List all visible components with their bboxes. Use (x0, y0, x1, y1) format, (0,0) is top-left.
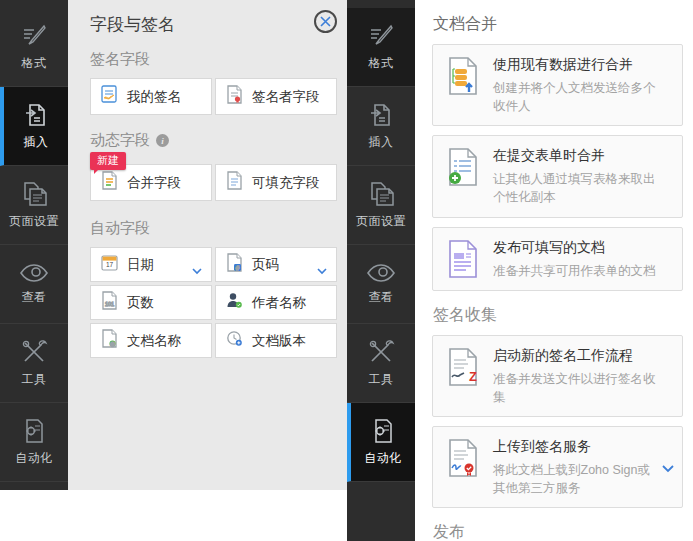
button-label: 作者名称 (252, 294, 306, 312)
card-subtitle: 准备并发送文件以进行签名收集 (493, 370, 673, 406)
signature-fields-heading: 签名字段 (90, 50, 337, 69)
sidebar-item-view[interactable]: 查看 (347, 245, 415, 324)
close-icon[interactable] (314, 10, 337, 33)
sidebar-spacer (0, 0, 68, 8)
card-merge-existing-data[interactable]: 使用现有数据进行合并 创建并将个人文档发送给多个收件人 (432, 44, 683, 126)
svg-text:Z: Z (469, 369, 477, 384)
fillable-field-button[interactable]: 可填充字段 (215, 164, 337, 201)
card-upload-sign-service[interactable]: 上传到签名服务 将此文档上载到Zoho Sign或其他第三方服务 (432, 426, 683, 508)
doc-version-field-button[interactable]: 文档版本 (215, 323, 337, 358)
sidebar-item-insert[interactable]: 插入 (347, 87, 415, 166)
page-setup-icon (366, 180, 396, 208)
signature-collection-heading: 签名收集 (433, 305, 683, 326)
sidebar-item-label: 工具 (369, 371, 394, 388)
tools-icon (367, 338, 395, 366)
panel-title: 字段与签名 (90, 13, 337, 36)
sidebar-item-label: 查看 (369, 289, 394, 306)
page-count-icon: 101 (101, 291, 118, 314)
signer-field-icon (226, 85, 243, 108)
sidebar-item-automation[interactable]: 自动化 (347, 403, 415, 482)
author-name-field-button[interactable]: 作者名称 (215, 285, 337, 320)
merge-data-icon (445, 55, 479, 96)
auto-fields-heading: 自动字段 (90, 219, 337, 238)
automation-icon (369, 417, 397, 445)
button-label: 页码 (252, 256, 279, 274)
left-sidebar: 格式 插入 页面设置 查看 工具 (0, 0, 68, 490)
format-icon (367, 22, 395, 50)
svg-text:101: 101 (105, 301, 114, 307)
button-label: 页数 (127, 294, 154, 312)
fields-signature-panel: 字段与签名 签名字段 我的签名 签名者字段 动态字段 i (68, 0, 347, 490)
doc-name-icon: @ (101, 329, 118, 352)
sidebar-item-label: 插入 (24, 134, 49, 151)
card-start-sign-workflow[interactable]: Z 启动新的签名工作流程 准备并发送文件以进行签名收集 (432, 335, 683, 417)
fillable-doc-icon (445, 238, 479, 279)
doc-version-icon (226, 330, 243, 351)
sidebar-item-view[interactable]: 查看 (0, 245, 68, 324)
tools-icon (20, 338, 48, 366)
chevron-down-icon[interactable] (317, 261, 327, 279)
view-icon (18, 262, 50, 284)
button-label: 可填充字段 (252, 174, 320, 192)
card-title: 在提交表单时合并 (493, 147, 673, 165)
page-number-field-button[interactable]: # 页码 (215, 247, 337, 282)
button-label: 文档版本 (252, 332, 306, 350)
view-icon (365, 262, 397, 284)
insert-icon (22, 101, 50, 129)
date-icon: 17 (101, 254, 118, 275)
sidebar-item-label: 自动化 (364, 450, 402, 467)
card-title: 启动新的签名工作流程 (493, 347, 673, 365)
card-subtitle: 让其他人通过填写表格来取出个性化副本 (493, 170, 673, 206)
sidebar-item-page-setup[interactable]: 页面设置 (347, 166, 415, 245)
doc-name-field-button[interactable]: @ 文档名称 (90, 323, 212, 358)
section-label: 动态字段 (90, 131, 150, 150)
button-label: 签名者字段 (252, 88, 320, 106)
sidebar-item-tools[interactable]: 工具 (347, 324, 415, 403)
chevron-down-icon[interactable] (662, 459, 674, 477)
middle-sidebar: 格式 插入 页面设置 查看 工具 (347, 0, 415, 541)
merge-field-icon (101, 171, 118, 194)
upload-sign-icon (445, 437, 479, 478)
dynamic-fields-heading: 动态字段 i (90, 131, 337, 150)
sidebar-item-label: 查看 (22, 289, 47, 306)
my-signature-button[interactable]: 我的签名 (90, 78, 212, 115)
author-icon (226, 292, 243, 313)
card-title: 使用现有数据进行合并 (493, 56, 673, 74)
new-badge: 新建 (90, 152, 126, 170)
sidebar-item-label: 工具 (22, 371, 47, 388)
sidebar-item-format[interactable]: 格式 (347, 8, 415, 87)
chevron-down-icon[interactable] (192, 261, 202, 279)
sidebar-item-format[interactable]: 格式 (0, 8, 68, 87)
sidebar-spacer (347, 0, 415, 8)
sidebar-item-tools[interactable]: 工具 (0, 324, 68, 403)
fillable-field-icon (226, 171, 243, 194)
section-label: 自动字段 (90, 219, 150, 238)
section-label: 签名字段 (90, 50, 150, 69)
page-setup-icon (19, 180, 49, 208)
sidebar-item-label: 格式 (22, 55, 47, 72)
sidebar-item-page-setup[interactable]: 页面设置 (0, 166, 68, 245)
card-merge-on-form-submit[interactable]: 在提交表单时合并 让其他人通过填写表格来取出个性化副本 (432, 135, 683, 217)
my-signature-icon (101, 85, 118, 108)
button-label: 我的签名 (127, 88, 181, 106)
sidebar-item-automation[interactable]: 自动化 (0, 403, 68, 482)
info-icon[interactable]: i (156, 134, 169, 147)
card-subtitle: 准备并共享可用作表单的文档 (493, 262, 673, 280)
date-field-button[interactable]: 17 日期 (90, 247, 212, 282)
button-label: 日期 (127, 256, 154, 274)
page-count-field-button[interactable]: 101 页数 (90, 285, 212, 320)
form-merge-icon (445, 146, 479, 187)
card-subtitle: 创建并将个人文档发送给多个收件人 (493, 79, 673, 115)
insert-icon (367, 101, 395, 129)
sidebar-item-label: 插入 (369, 134, 394, 151)
card-publish-fillable-document[interactable]: 发布可填写的文档 准备并共享可用作表单的文档 (432, 227, 683, 291)
page-number-icon: # (226, 253, 243, 276)
signer-field-button[interactable]: 签名者字段 (215, 78, 337, 115)
sidebar-item-insert[interactable]: 插入 (0, 87, 68, 166)
card-subtitle: 将此文档上载到Zoho Sign或其他第三方服务 (493, 461, 673, 497)
button-label: 合并字段 (127, 174, 181, 192)
card-title: 上传到签名服务 (493, 438, 673, 456)
svg-text:@: @ (110, 341, 115, 347)
card-title: 发布可填写的文档 (493, 239, 673, 257)
svg-text:17: 17 (106, 261, 114, 268)
